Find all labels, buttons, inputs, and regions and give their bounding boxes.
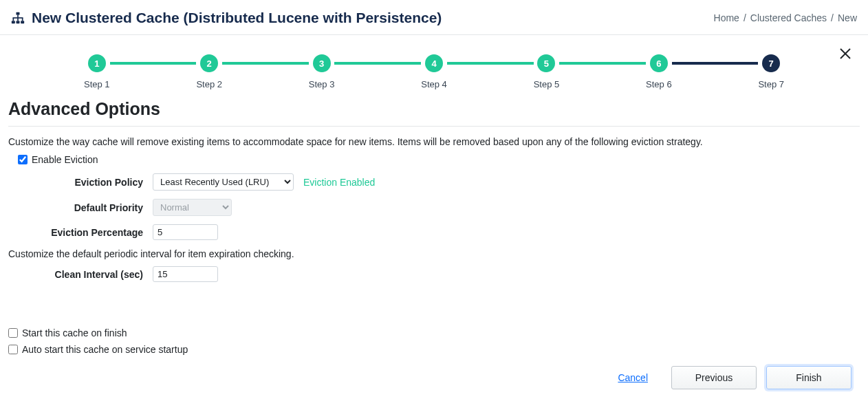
enable-eviction-checkbox[interactable] <box>18 155 28 164</box>
previous-button[interactable]: Previous <box>671 366 757 389</box>
step-connector <box>110 62 197 65</box>
step-5[interactable]: 5 Step 5 <box>534 54 560 89</box>
cancel-link[interactable]: Cancel <box>618 372 648 383</box>
svg-rect-3 <box>21 21 24 23</box>
eviction-percentage-row: Eviction Percentage <box>8 224 860 240</box>
step-label: Step 7 <box>758 79 784 89</box>
step-1[interactable]: 1 Step 1 <box>84 54 110 89</box>
eviction-percentage-input[interactable] <box>153 224 218 240</box>
stepper: 1 Step 1 2 Step 2 3 Step 3 4 Step 4 5 St… <box>8 35 860 96</box>
clean-interval-input[interactable] <box>153 266 218 282</box>
finish-button[interactable]: Finish <box>766 366 851 389</box>
step-label: Step 1 <box>84 79 110 89</box>
start-on-finish-checkbox[interactable] <box>8 328 18 338</box>
eviction-percentage-label: Eviction Percentage <box>8 227 153 238</box>
step-circle: 7 <box>762 54 780 72</box>
page-header-left: New Clustered Cache (Distributed Lucene … <box>11 10 442 26</box>
step-circle: 6 <box>650 54 668 72</box>
step-circle: 4 <box>425 54 443 72</box>
svg-rect-2 <box>17 21 20 23</box>
svg-rect-0 <box>17 12 20 15</box>
svg-rect-7 <box>17 18 19 21</box>
breadcrumb-separator: / <box>744 12 746 23</box>
page-title: New Clustered Cache (Distributed Lucene … <box>32 10 442 26</box>
default-priority-select: Normal <box>153 199 232 216</box>
spacer <box>8 290 860 327</box>
step-connector <box>672 62 759 65</box>
step-label: Step 4 <box>421 79 447 89</box>
breadcrumb-clustered-caches[interactable]: Clustered Caches <box>750 12 827 23</box>
enable-eviction-row: Enable Eviction <box>18 154 860 165</box>
step-connector <box>334 62 421 65</box>
footer-actions: Cancel Previous Finish <box>8 360 860 396</box>
section-title: Advanced Options <box>8 96 860 126</box>
interval-description: Customize the default periodic interval … <box>8 248 860 259</box>
clean-interval-label: Clean Interval (sec) <box>8 269 153 280</box>
svg-rect-8 <box>22 18 23 21</box>
start-on-finish-label: Start this cache on finish <box>22 327 127 338</box>
section-divider <box>8 126 860 127</box>
start-on-finish-row: Start this cache on finish <box>8 327 860 338</box>
step-label: Step 2 <box>196 79 222 89</box>
step-2[interactable]: 2 Step 2 <box>196 54 222 89</box>
default-priority-row: Default Priority Normal <box>8 199 860 216</box>
step-connector <box>559 62 646 65</box>
auto-start-label: Auto start this cache on service startup <box>22 344 188 355</box>
step-connector <box>447 62 534 65</box>
auto-start-checkbox[interactable] <box>8 345 18 354</box>
step-7[interactable]: 7 Step 7 <box>758 54 784 89</box>
step-circle: 5 <box>537 54 555 72</box>
eviction-description: Customize the way cache will remove exis… <box>8 136 860 147</box>
step-label: Step 3 <box>309 79 335 89</box>
step-connector <box>222 62 309 65</box>
step-label: Step 6 <box>646 79 672 89</box>
enable-eviction-label: Enable Eviction <box>32 154 98 165</box>
eviction-policy-select[interactable]: Least Recently Used (LRU) <box>153 173 294 191</box>
step-label: Step 5 <box>534 79 560 89</box>
svg-rect-6 <box>13 18 14 21</box>
step-6[interactable]: 6 Step 6 <box>646 54 672 89</box>
step-circle: 1 <box>88 54 106 72</box>
clean-interval-row: Clean Interval (sec) <box>8 266 860 282</box>
close-icon <box>839 47 851 60</box>
eviction-policy-label: Eviction Policy <box>8 177 153 188</box>
eviction-status: Eviction Enabled <box>303 177 375 188</box>
breadcrumb-separator: / <box>831 12 834 23</box>
step-4[interactable]: 4 Step 4 <box>421 54 447 89</box>
svg-rect-1 <box>12 21 15 23</box>
auto-start-row: Auto start this cache on service startup <box>8 344 860 355</box>
sitemap-icon <box>11 11 25 25</box>
step-circle: 2 <box>200 54 218 72</box>
breadcrumb-home[interactable]: Home <box>714 12 739 23</box>
page-header: New Clustered Cache (Distributed Lucene … <box>0 0 868 35</box>
breadcrumb: Home / Clustered Caches / New <box>714 12 857 23</box>
breadcrumb-current: New <box>838 12 857 23</box>
default-priority-label: Default Priority <box>8 202 153 213</box>
wizard-body: 1 Step 1 2 Step 2 3 Step 3 4 Step 4 5 St… <box>0 35 868 396</box>
close-button[interactable] <box>838 45 853 64</box>
eviction-policy-row: Eviction Policy Least Recently Used (LRU… <box>8 173 860 191</box>
step-circle: 3 <box>313 54 331 72</box>
step-3[interactable]: 3 Step 3 <box>309 54 335 89</box>
